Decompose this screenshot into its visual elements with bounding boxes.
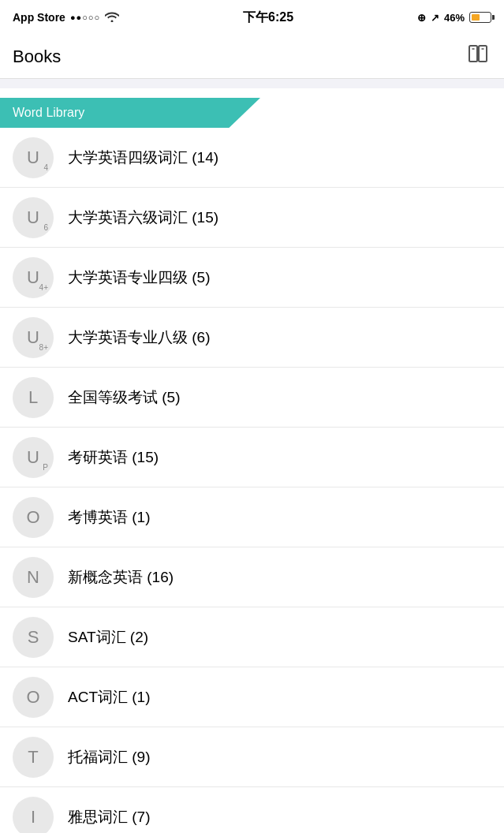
item-label: 大学英语专业四级 (5) [68, 267, 211, 288]
item-icon-circle: UP [13, 437, 54, 478]
icon-main-letter: U [27, 269, 39, 286]
icon-main-letter: U [27, 449, 39, 466]
list-item[interactable]: U4大学英语四级词汇 (14) [0, 128, 504, 188]
icon-main-letter: N [27, 569, 39, 586]
icon-main-letter: S [28, 629, 39, 646]
books-icon[interactable] [468, 43, 491, 69]
item-label: 考研英语 (15) [68, 447, 159, 468]
icon-sub-letter: 6 [43, 223, 48, 232]
item-label: 托福词汇 (9) [68, 747, 151, 768]
status-right: ⊕ ↗ 46% [417, 12, 491, 24]
item-label: SAT词汇 (2) [68, 627, 148, 648]
battery-icon [469, 12, 491, 23]
nav-title: Books [13, 47, 61, 67]
list-item[interactable]: U6大学英语六级词汇 (15) [0, 188, 504, 248]
item-label: 大学英语专业八级 (6) [68, 327, 211, 348]
status-left: App Store ●●○○○ [13, 11, 119, 24]
item-icon-circle: O [13, 497, 54, 538]
list-item[interactable]: U8+大学英语专业八级 (6) [0, 308, 504, 368]
icon-main-letter: O [26, 689, 39, 706]
list-item[interactable]: L全国等级考试 (5) [0, 368, 504, 428]
item-label: ACT词汇 (1) [68, 687, 151, 708]
icon-sub-letter: 4+ [39, 283, 48, 292]
list-item[interactable]: SSAT词汇 (2) [0, 607, 504, 667]
location-icon: ↗ [431, 12, 439, 24]
item-icon-circle: U4+ [13, 257, 54, 298]
status-bar: App Store ●●○○○ 下午6:25 ⊕ ↗ 46% [0, 0, 504, 35]
item-label: 考博英语 (1) [68, 507, 151, 528]
icon-main-letter: U [27, 149, 39, 166]
list-item[interactable]: U4+大学英语专业四级 (5) [0, 248, 504, 308]
item-icon-circle: U4 [13, 137, 54, 178]
list-item[interactable]: UP考研英语 (15) [0, 428, 504, 487]
item-icon-circle: U6 [13, 197, 54, 238]
item-label: 全国等级考试 (5) [68, 387, 181, 408]
list-item[interactable]: T托福词汇 (9) [0, 727, 504, 787]
item-icon-circle: S [13, 617, 54, 658]
section-header-wrap: Word Library [0, 88, 504, 128]
nav-bar: Books [0, 35, 504, 79]
icon-main-letter: T [28, 749, 38, 766]
item-icon-circle: I [13, 797, 54, 833]
list-item[interactable]: I雅思词汇 (7) [0, 787, 504, 833]
item-label: 大学英语四级词汇 (14) [68, 148, 218, 168]
list-item[interactable]: N新概念英语 (16) [0, 547, 504, 607]
item-icon-circle: T [13, 737, 54, 778]
item-label: 新概念英语 (16) [68, 567, 174, 588]
status-time: 下午6:25 [243, 9, 293, 26]
wifi-icon [105, 11, 119, 24]
item-icon-circle: O [13, 677, 54, 718]
section-header-label: Word Library [13, 106, 84, 119]
signal-dots: ●●○○○ [70, 13, 100, 22]
section-header: Word Library [0, 98, 260, 128]
icon-main-letter: U [27, 209, 39, 226]
icon-main-letter: U [27, 329, 39, 346]
icon-sub-letter: P [43, 463, 48, 472]
list-item[interactable]: OACT词汇 (1) [0, 667, 504, 727]
word-library-section: Word Library U4大学英语四级词汇 (14)U6大学英语六级词汇 (… [0, 88, 504, 833]
item-icon-circle: N [13, 557, 54, 598]
svg-rect-1 [479, 46, 487, 62]
word-list: U4大学英语四级词汇 (14)U6大学英语六级词汇 (15)U4+大学英语专业四… [0, 128, 504, 833]
list-item[interactable]: O考博英语 (1) [0, 487, 504, 547]
item-icon-circle: U8+ [13, 317, 54, 358]
icon-sub-letter: 8+ [39, 343, 48, 352]
svg-rect-0 [469, 46, 477, 62]
item-label: 雅思词汇 (7) [68, 807, 151, 827]
item-icon-circle: L [13, 377, 54, 418]
item-label: 大学英语六级词汇 (15) [68, 207, 218, 228]
icon-main-letter: L [28, 389, 38, 406]
icon-main-letter: I [31, 809, 35, 826]
icon-main-letter: O [26, 509, 39, 526]
lock-icon: ⊕ [417, 12, 426, 24]
icon-sub-letter: 4 [43, 163, 48, 172]
carrier-label: App Store [13, 11, 65, 24]
battery-percent: 46% [444, 12, 465, 24]
